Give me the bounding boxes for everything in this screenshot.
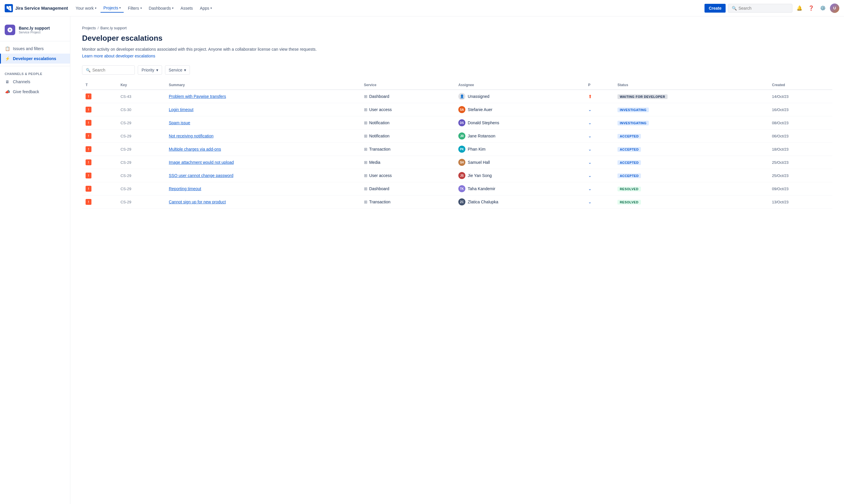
chevron-down-icon: ▾: [156, 68, 158, 72]
priority-low-icon: ⌄: [588, 133, 592, 138]
service-icon: ⊞: [364, 107, 367, 112]
nav-dashboards[interactable]: Dashboards ▾: [146, 4, 177, 12]
logo-text: Jira Service Management: [15, 5, 68, 11]
breadcrumb-projects[interactable]: Projects: [82, 26, 96, 30]
global-search[interactable]: 🔍: [728, 4, 792, 13]
channels-icon: 🖥: [5, 79, 10, 84]
issue-summary[interactable]: Spam issue: [169, 121, 190, 125]
project-type: Service Project: [19, 31, 50, 34]
gear-icon: ⚙️: [820, 5, 826, 11]
service-icon: ⊞: [364, 94, 367, 99]
assignee-name: Stefanie Auer: [468, 107, 492, 112]
issue-summary[interactable]: Problem with Paywise transfers: [169, 94, 226, 99]
status-badge: ACCEPTED: [617, 134, 641, 139]
filters-bar: 🔍 Priority ▾ Service ▾: [82, 65, 832, 75]
table-row: ! CS-30 Login timeout ⊞User access SASte…: [82, 103, 832, 116]
settings-button[interactable]: ⚙️: [818, 3, 828, 13]
issue-summary[interactable]: Multiple charges via add-ons: [169, 147, 221, 151]
assignee-avatar: SH: [458, 159, 465, 166]
main-layout: Banc.ly support Service Project 📋 Issues…: [0, 0, 844, 504]
created-date: 25/Oct/23: [772, 160, 788, 165]
issues-table: T Key Summary Service Assignee P Status …: [82, 80, 832, 209]
col-summary: Summary: [165, 80, 360, 90]
col-status: Status: [614, 80, 768, 90]
breadcrumb-project-name[interactable]: Banc.ly support: [101, 26, 127, 30]
priority-low-icon: ⌄: [588, 160, 592, 165]
status-badge: RESOLVED: [617, 187, 641, 191]
feedback-icon: 📣: [5, 89, 10, 94]
status-badge: ACCEPTED: [617, 147, 641, 152]
status-badge: WAITING FOR DEVELOPER: [617, 94, 668, 99]
table-row: ! CS-29 Reporting timeout ⊞Dashboard TKT…: [82, 182, 832, 195]
search-filter-input[interactable]: [92, 68, 131, 72]
logo-icon: [5, 4, 13, 12]
issue-key: CS-29: [121, 174, 131, 178]
service-name: Dashboard: [369, 186, 390, 191]
service-cell: ⊞Transaction: [364, 147, 451, 151]
assignee-name: Jie Yan Song: [468, 173, 492, 178]
priority-filter[interactable]: Priority ▾: [138, 65, 162, 75]
nav-assets[interactable]: Assets: [178, 4, 196, 12]
col-key: Key: [117, 80, 165, 90]
app-logo[interactable]: Jira Service Management: [5, 4, 68, 12]
nav-projects[interactable]: Projects ▾: [101, 4, 124, 13]
issue-summary[interactable]: Cannot sign up for new product: [169, 200, 226, 204]
sidebar-divider: [0, 41, 70, 41]
sidebar-item-give-feedback[interactable]: 📣 Give feedback: [0, 87, 70, 97]
create-button[interactable]: Create: [704, 4, 725, 13]
service-filter[interactable]: Service ▾: [165, 65, 190, 75]
service-name: User access: [369, 107, 392, 112]
service-filter-label: Service: [169, 68, 183, 72]
service-name: User access: [369, 173, 392, 178]
issue-type-icon: !: [86, 107, 91, 112]
search-input[interactable]: [738, 6, 789, 11]
issue-key: CS-29: [121, 200, 131, 204]
issue-summary[interactable]: Image attachment would not upload: [169, 160, 234, 165]
status-badge: ACCEPTED: [617, 160, 641, 165]
issue-summary[interactable]: Not receiving notification: [169, 133, 214, 138]
sidebar-item-developer-escalations[interactable]: ⚡ Developer escalations: [0, 54, 70, 64]
search-icon: 🔍: [86, 68, 91, 72]
search-icon: 🔍: [732, 6, 737, 11]
service-name: Notification: [369, 121, 390, 125]
sidebar-item-channels[interactable]: 🖥 Channels: [0, 77, 70, 87]
nav-apps[interactable]: Apps ▾: [197, 4, 215, 12]
service-name: Media: [369, 160, 380, 165]
assignee-name: Taha Kandemir: [468, 186, 495, 191]
issue-type-icon: !: [86, 159, 91, 165]
service-cell: ⊞Dashboard: [364, 94, 451, 99]
service-icon: ⊞: [364, 121, 367, 125]
issue-type-icon: !: [86, 146, 91, 152]
notifications-button[interactable]: 🔔: [795, 3, 804, 13]
issues-tbody: ! CS-43 Problem with Paywise transfers ⊞…: [82, 90, 832, 209]
issue-type-icon: !: [86, 173, 91, 178]
nav-your-work[interactable]: Your work ▾: [73, 4, 100, 12]
user-avatar[interactable]: U: [830, 3, 839, 13]
service-icon: ⊞: [364, 147, 367, 151]
main-content: Projects / Banc.ly support Developer esc…: [70, 16, 844, 504]
priority-filter-label: Priority: [142, 68, 155, 72]
sidebar-item-issues[interactable]: 📋 Issues and filters: [0, 44, 70, 54]
service-cell: ⊞Notification: [364, 133, 451, 138]
assignee-avatar: DS: [458, 119, 465, 126]
issue-type-icon: !: [86, 186, 91, 192]
service-name: Notification: [369, 133, 390, 138]
table-row: ! CS-29 Cannot sign up for new product ⊞…: [82, 195, 832, 209]
created-date: 08/Oct/23: [772, 121, 788, 125]
sidebar-project-header: Banc.ly support Service Project: [0, 21, 70, 39]
issue-summary[interactable]: Login timeout: [169, 107, 193, 112]
issue-summary[interactable]: SSO user cannot change password: [169, 173, 233, 178]
search-filter[interactable]: 🔍: [82, 65, 135, 75]
nav-filters[interactable]: Filters ▾: [125, 4, 144, 12]
sidebar-divider-2: [0, 66, 70, 66]
priority-low-icon: ⌄: [588, 147, 592, 151]
page-title: Developer escalations: [82, 34, 832, 43]
issue-key: CS-29: [121, 160, 131, 165]
col-type: T: [82, 80, 117, 90]
help-button[interactable]: ❓: [807, 3, 816, 13]
issue-summary[interactable]: Reporting timeout: [169, 186, 201, 191]
nav-items: Your work ▾ Projects ▾ Filters ▾ Dashboa…: [73, 4, 215, 13]
learn-more-link[interactable]: Learn more about developer escalations: [82, 54, 155, 58]
chevron-down-icon: ▾: [119, 6, 121, 10]
bell-icon: 🔔: [796, 5, 802, 11]
